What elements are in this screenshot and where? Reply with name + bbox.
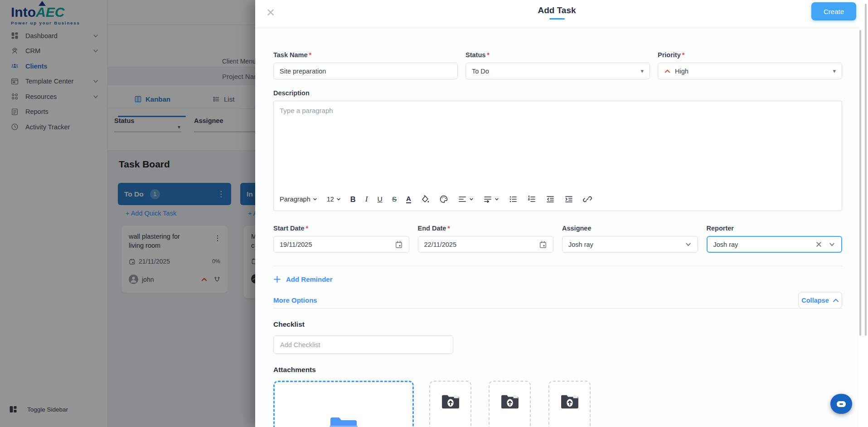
- numbered-list-icon[interactable]: [527, 195, 536, 204]
- checklist-label: Checklist: [273, 320, 842, 329]
- chevron-down-icon: [829, 241, 835, 248]
- font-color-button[interactable]: A: [406, 195, 411, 203]
- task-name-field-group: Task Name*: [273, 51, 458, 79]
- collapse-label: Collapse: [801, 297, 829, 304]
- upload-folder-slot[interactable]: [489, 381, 531, 427]
- assignee-field-group: Assignee Josh ray: [562, 225, 698, 253]
- bold-button[interactable]: B: [350, 195, 356, 204]
- upload-folder-slot[interactable]: [548, 381, 591, 427]
- task-name-input[interactable]: [280, 68, 451, 75]
- reporter-select[interactable]: Josh ray: [707, 236, 843, 253]
- scrollbar-strip: [858, 0, 868, 427]
- upload-dropzone[interactable]: [273, 381, 414, 427]
- description-placeholder: Type a paragraph: [280, 107, 333, 114]
- assignee-label: Assignee: [562, 225, 591, 232]
- strikethrough-button[interactable]: S: [392, 195, 397, 203]
- create-button[interactable]: Create: [811, 2, 856, 20]
- modal-header: ✕ Add Task Create: [255, 0, 858, 28]
- priority-value: High: [675, 68, 689, 75]
- required-asterisk: *: [487, 51, 490, 59]
- start-date-field-group: Start Date* 19/11/2025: [273, 225, 409, 253]
- page-scrollbar[interactable]: [865, 4, 867, 336]
- dropdown-arrow-icon: ▾: [640, 68, 644, 74]
- underline-button[interactable]: U: [377, 195, 382, 203]
- chevron-up-icon: [833, 298, 839, 303]
- chat-widget-button[interactable]: [830, 394, 852, 414]
- line-spacing-dropdown[interactable]: [483, 195, 499, 204]
- start-date-input[interactable]: 19/11/2025: [273, 236, 409, 253]
- end-date-label: End Date: [418, 225, 446, 232]
- checklist-input[interactable]: [273, 335, 453, 354]
- fill-color-icon[interactable]: [421, 195, 430, 204]
- more-options-row: More Options Collapse: [273, 290, 842, 309]
- add-reminder-label: Add Reminder: [286, 275, 333, 283]
- priority-select[interactable]: High ▾: [658, 63, 842, 79]
- dropdown-arrow-icon: ▾: [833, 68, 836, 74]
- palette-icon[interactable]: [439, 195, 448, 204]
- end-date-value: 22/11/2025: [424, 241, 457, 248]
- status-value: To Do: [472, 68, 489, 75]
- chat-icon: [837, 401, 846, 407]
- priority-field-group: Priority* High ▾: [658, 51, 842, 79]
- calendar-icon[interactable]: [395, 240, 403, 249]
- more-options-link[interactable]: More Options: [273, 296, 317, 304]
- attachments-label: Attachments: [273, 366, 842, 374]
- end-date-input[interactable]: 22/11/2025: [418, 236, 554, 253]
- link-icon[interactable]: [583, 195, 592, 204]
- required-asterisk: *: [309, 51, 312, 59]
- priority-high-icon: [664, 69, 671, 74]
- outdent-icon[interactable]: [546, 195, 555, 204]
- start-date-value: 19/11/2025: [280, 241, 312, 248]
- folder-upload-icon: [441, 393, 460, 410]
- reporter-label: Reporter: [707, 225, 734, 232]
- chevron-down-icon: [685, 241, 692, 248]
- modal-body: Task Name* Status* To Do ▾ Priority* Hig…: [255, 28, 858, 427]
- add-task-modal: ✕ Add Task Create Task Name* Status* To …: [255, 0, 858, 427]
- align-dropdown[interactable]: [458, 195, 474, 204]
- attachments-row: [273, 381, 842, 427]
- italic-button[interactable]: I: [365, 195, 368, 204]
- task-name-label: Task Name: [273, 51, 308, 59]
- add-reminder-button[interactable]: Add Reminder: [273, 275, 333, 283]
- required-asterisk: *: [682, 51, 685, 59]
- editor-toolbar: Paragraph 12 B I U S A: [280, 191, 836, 207]
- assignee-value: Josh ray: [568, 241, 593, 248]
- section-divider: [273, 266, 842, 266]
- bullet-list-icon[interactable]: [509, 195, 518, 204]
- status-label: Status: [466, 51, 485, 59]
- required-asterisk: *: [447, 225, 450, 232]
- font-size-dropdown[interactable]: 12: [327, 196, 341, 203]
- start-date-label: Start Date: [273, 225, 305, 232]
- status-select[interactable]: To Do ▾: [466, 63, 650, 79]
- modal-scrollbar[interactable]: [859, 30, 861, 336]
- plus-icon: [273, 275, 281, 283]
- indent-icon[interactable]: [564, 195, 573, 204]
- clear-icon[interactable]: [815, 241, 822, 248]
- reporter-value: Josh ray: [713, 241, 738, 248]
- upload-folder-slot[interactable]: [429, 381, 471, 427]
- priority-label: Priority: [658, 51, 681, 59]
- folder-upload-icon: [560, 393, 579, 410]
- required-asterisk: *: [306, 225, 309, 232]
- description-label: Description: [273, 89, 842, 97]
- reporter-field-group: Reporter Josh ray: [707, 225, 843, 253]
- description-editor[interactable]: Type a paragraph Paragraph 12 B I U S A: [273, 101, 842, 211]
- status-field-group: Status* To Do ▾: [466, 51, 650, 79]
- title-underline: [549, 18, 565, 20]
- folder-upload-icon: [500, 393, 519, 410]
- folder-icon: [329, 416, 359, 427]
- assignee-select[interactable]: Josh ray: [562, 236, 698, 253]
- paragraph-style-dropdown[interactable]: Paragraph: [280, 196, 317, 203]
- calendar-icon[interactable]: [539, 240, 547, 249]
- collapse-button[interactable]: Collapse: [798, 292, 842, 309]
- end-date-field-group: End Date* 22/11/2025: [418, 225, 554, 253]
- modal-title: Add Task: [255, 5, 858, 15]
